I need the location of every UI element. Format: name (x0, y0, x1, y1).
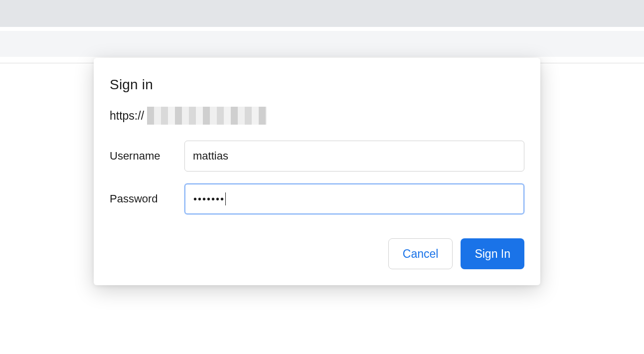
dialog-title: Sign in (110, 77, 524, 93)
browser-chrome-top (0, 0, 644, 27)
sign-in-button[interactable]: Sign In (461, 238, 524, 269)
password-label: Password (110, 192, 184, 205)
dialog-origin-row: https:// (110, 107, 524, 125)
username-label: Username (110, 150, 184, 163)
text-caret-icon (225, 192, 226, 205)
password-mask: ••••••• (193, 194, 225, 204)
redacted-host-icon (147, 107, 267, 125)
password-input[interactable]: ••••••• (184, 183, 524, 214)
cancel-button[interactable]: Cancel (388, 238, 453, 269)
password-row: Password ••••••• (110, 183, 524, 214)
browser-toolbar-bg (0, 31, 644, 57)
spacer (0, 27, 644, 31)
auth-dialog: Sign in https:// Username Password •••••… (94, 58, 540, 285)
dialog-button-row: Cancel Sign In (110, 238, 524, 269)
url-scheme: https:// (110, 109, 144, 123)
username-input[interactable] (184, 141, 524, 172)
username-row: Username (110, 141, 524, 172)
